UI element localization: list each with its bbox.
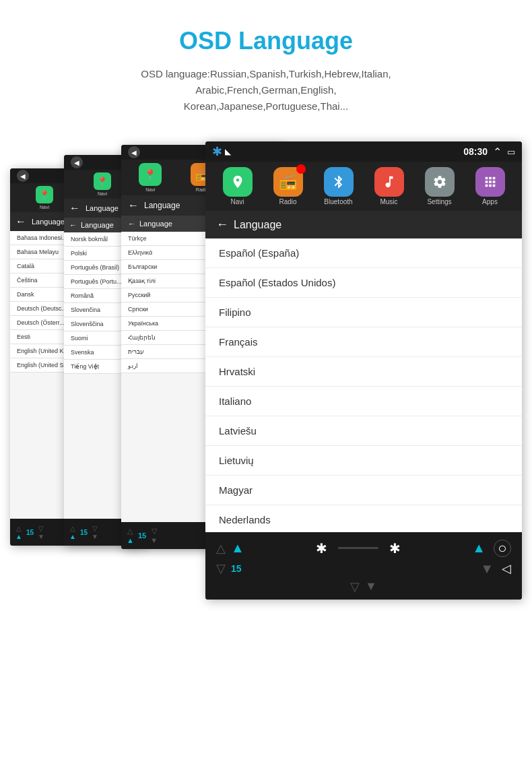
- bottom-row-down: ▽ ▼: [350, 578, 377, 596]
- bottom-row-top: △ ▲ ✱ ✱ ▲ ○: [216, 537, 511, 560]
- radio-label-4: Radio: [279, 198, 296, 205]
- lang-title-1: Language: [32, 218, 65, 226]
- back-arrow-4[interactable]: ←: [216, 218, 228, 232]
- radio-badge-4: [296, 164, 306, 174]
- nav-down-3[interactable]: ▽ ▼: [150, 527, 158, 544]
- fan-left-icon[interactable]: ✱: [316, 540, 327, 556]
- nav-up-2[interactable]: △ ▲: [69, 525, 76, 540]
- back-button-1[interactable]: ◀: [17, 170, 29, 182]
- lang-item-4-8[interactable]: Lietuvių: [205, 446, 522, 476]
- lang-title-4: Language: [234, 219, 281, 231]
- bottom-row-number: ▽ 15 ▼ ◁: [216, 560, 511, 578]
- back-triangle-icon[interactable]: ◁: [502, 561, 511, 576]
- nav-up-3[interactable]: △ ▲: [127, 527, 134, 544]
- lang-item-4-10[interactable]: Nederlands: [205, 505, 522, 532]
- back-arrow-3[interactable]: ←: [128, 199, 139, 212]
- fan-right-icon[interactable]: ✱: [389, 540, 401, 556]
- navi-circle-2: 📍: [94, 172, 111, 190]
- down-outline-icon[interactable]: ▽: [350, 579, 360, 594]
- settings-label-4: Settings: [427, 198, 451, 205]
- music-icon-circle: [374, 167, 404, 197]
- up-filled-icon[interactable]: ▲: [231, 540, 244, 556]
- ctrl-group-left-2: △ ▲ 15 ▽ ▼: [69, 525, 98, 540]
- navi-icon-1[interactable]: 📍 Navi: [35, 186, 54, 210]
- left-number-group: ▽ 15: [216, 561, 242, 576]
- navi-circle-1: 📍: [36, 186, 53, 203]
- ctrl-group-left-1: △ ▲ 15 ▽ ▼: [15, 525, 44, 540]
- lang-item-4-9[interactable]: Magyar: [205, 476, 522, 505]
- lang-item-4-3[interactable]: Filipino: [205, 298, 522, 327]
- lang-list-4: Español (España) Español (Estados Unidos…: [205, 238, 522, 532]
- back-arrow-2[interactable]: ←: [69, 202, 80, 214]
- app-icons-row-4: Navi 📻 Radio Bluetooth: [205, 162, 522, 211]
- music-app-icon[interactable]: Music: [372, 167, 406, 205]
- left-nav-controls: △ ▲: [216, 540, 244, 556]
- home-icon[interactable]: ○: [494, 540, 511, 557]
- navi-icon-circle: [223, 167, 253, 197]
- lang-item-4-7[interactable]: Latviešu: [205, 416, 522, 446]
- down-outline-left[interactable]: ▽: [216, 561, 226, 576]
- nav-up-1[interactable]: △ ▲: [15, 525, 22, 540]
- navi-icon-2[interactable]: 📍 Navi: [93, 172, 112, 196]
- lang-title-2: Language: [86, 204, 119, 212]
- ctrl-number-3: 15: [138, 532, 146, 540]
- apps-icon-circle: [475, 167, 505, 197]
- navi-circle-3: 📍: [139, 163, 162, 186]
- settings-icon-circle: [425, 167, 455, 197]
- settings-app-icon[interactable]: Settings: [423, 167, 457, 205]
- lang-item-4-5[interactable]: Hrvatski: [205, 357, 522, 387]
- down-filled-right[interactable]: ▼: [480, 561, 494, 577]
- nav-down-2[interactable]: ▽ ▼: [92, 525, 98, 540]
- bluetooth-app-icon[interactable]: Bluetooth: [322, 167, 356, 205]
- center-controls: ✱ ✱: [316, 540, 401, 556]
- back-button-3[interactable]: ◀: [128, 146, 140, 158]
- ctrl-number-1: 15: [26, 529, 34, 536]
- header-section: OSD Language OSD language:Russian,Spanis…: [0, 0, 532, 128]
- battery-icon: ▭: [507, 147, 515, 157]
- lang-item-4-2[interactable]: Español (Estados Unidos): [205, 268, 522, 298]
- lang-item-4-4[interactable]: Français: [205, 327, 522, 357]
- music-label-4: Music: [380, 198, 397, 205]
- ctrl-group-left-3: △ ▲ 15 ▽ ▼: [127, 527, 158, 544]
- page-subtitle: OSD language:Russian,Spanish,Turkish,Heb…: [13, 66, 519, 115]
- ctrl-number-2: 15: [80, 529, 88, 536]
- navi-label-3: Navi: [145, 187, 155, 192]
- bt-status-icon: ✱: [212, 144, 222, 159]
- apps-app-icon[interactable]: Apps: [473, 167, 507, 205]
- time-4: 08:30: [463, 146, 488, 157]
- page-title: OSD Language: [13, 27, 519, 55]
- screenshot-layer-4: ✱ ◣ 08:30 ⌃ ▭ Navi: [205, 141, 522, 600]
- chevron-icon: ⌃: [493, 146, 502, 158]
- lang-item-4-6[interactable]: Italiano: [205, 387, 522, 416]
- back-button-2[interactable]: ◀: [71, 156, 83, 168]
- status-bar-4: ✱ ◣ 08:30 ⌃ ▭: [205, 141, 522, 162]
- apps-label-4: Apps: [482, 198, 498, 205]
- navi-label-4: Navi: [230, 198, 244, 205]
- screenshots-container: ◀ ✱ ◣ 08:30 ⌃ ▭ 📍 Navi 📻: [10, 141, 522, 613]
- ctrl-number-4: 15: [231, 563, 242, 574]
- navi-label-2: Navi: [98, 191, 107, 196]
- lang-header-4: ← Language: [205, 211, 522, 238]
- lang-title-3: Language: [144, 201, 180, 210]
- signal-icon: ◣: [225, 147, 231, 156]
- nav-down-1[interactable]: ▽ ▼: [38, 525, 44, 540]
- navi-icon-3[interactable]: 📍 Navi: [139, 163, 162, 192]
- up-outline-icon[interactable]: △: [216, 541, 226, 556]
- radio-icon-circle: 📻: [273, 167, 303, 197]
- bottom-bar-4: △ ▲ ✱ ✱ ▲ ○: [205, 532, 522, 600]
- lang-item-4-1[interactable]: Español (España): [205, 238, 522, 268]
- radio-app-icon[interactable]: 📻 Radio: [271, 167, 305, 205]
- slider-track[interactable]: [338, 547, 378, 549]
- navi-app-icon[interactable]: Navi: [221, 167, 255, 205]
- right-nav-controls: ▲ ○: [472, 540, 511, 557]
- bluetooth-label-4: Bluetooth: [324, 198, 352, 205]
- down-filled-icon[interactable]: ▼: [365, 579, 377, 593]
- bluetooth-icon-circle: [324, 167, 354, 197]
- navi-label-1: Navi: [40, 205, 49, 210]
- back-arrow-1[interactable]: ←: [15, 216, 26, 228]
- right-up-icon[interactable]: ▲: [472, 540, 486, 556]
- right-bottom-controls: ▼ ◁: [480, 561, 511, 577]
